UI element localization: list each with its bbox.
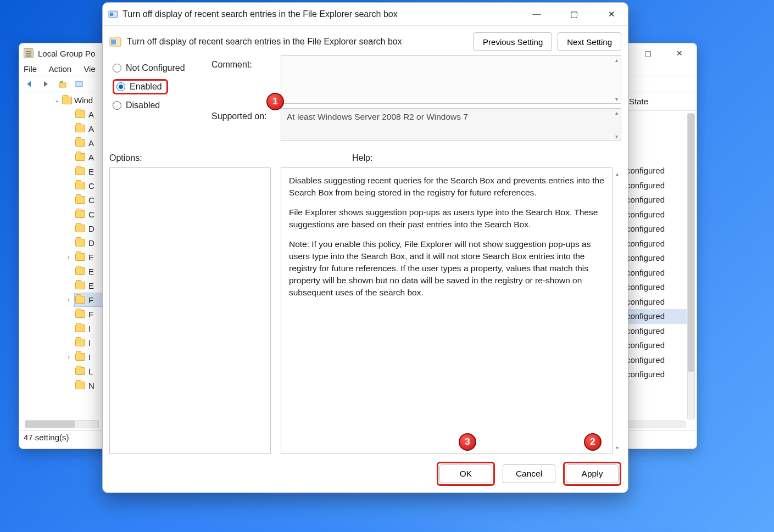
- label-options: Options:: [109, 150, 279, 163]
- comment-textbox[interactable]: ▴▾: [281, 55, 621, 104]
- tree-item-label: I: [88, 324, 91, 333]
- tree-item-label: L: [88, 367, 93, 376]
- comment-scrollbar[interactable]: ▴▾: [612, 56, 621, 103]
- tree-h-scrollbar[interactable]: [25, 420, 99, 428]
- tree-item-label: I: [88, 338, 91, 348]
- previous-setting-button[interactable]: Previous Setting: [474, 32, 552, 51]
- state-cell: configured: [626, 208, 687, 222]
- bg-title: Local Group Po: [38, 49, 95, 58]
- folder-icon: [75, 125, 85, 132]
- annotation-badge-1: 1: [266, 93, 284, 110]
- policy-dialog: Turn off display of recent search entrie…: [102, 2, 628, 493]
- folder-icon: [75, 282, 85, 289]
- state-cell: configured: [626, 251, 687, 266]
- folder-icon: [75, 324, 85, 332]
- chevron-right-icon[interactable]: ›: [65, 296, 72, 303]
- tree-item-label: A: [88, 124, 94, 133]
- svg-rect-0: [59, 83, 66, 87]
- svg-rect-5: [111, 40, 116, 44]
- dialog-maximize-button[interactable]: ▢: [563, 9, 585, 19]
- folder-icon: [75, 167, 85, 175]
- dialog-close-button[interactable]: ✕: [600, 9, 622, 19]
- properties-icon[interactable]: [72, 78, 86, 90]
- chevron-right-icon[interactable]: ›: [65, 354, 72, 360]
- tree-item-label: E: [88, 167, 94, 176]
- forward-icon[interactable]: [39, 78, 53, 90]
- radio-disabled[interactable]: Disabled: [109, 96, 209, 115]
- options-box: [109, 167, 271, 454]
- state-cell: configured: [626, 222, 687, 237]
- column-header-state[interactable]: State: [623, 92, 687, 110]
- tree-item-label: A: [88, 153, 94, 162]
- tree-item-label: D: [88, 238, 94, 248]
- folder-icon: [75, 225, 85, 232]
- dialog-title: Turn off display of recent search entrie…: [122, 9, 398, 19]
- folder-icon: [75, 367, 85, 375]
- app-icon: [24, 48, 34, 58]
- state-cell: configured: [626, 295, 687, 310]
- annotation-badge-3: 3: [459, 433, 476, 451]
- state-cell: configured: [626, 353, 687, 368]
- policy-header-icon: [109, 36, 121, 48]
- tree-item-label: E: [88, 253, 94, 262]
- dialog-titlebar: Turn off display of recent search entrie…: [103, 3, 628, 26]
- menu-action[interactable]: Action: [49, 64, 72, 74]
- svg-rect-3: [110, 13, 113, 16]
- folder-icon: [75, 296, 85, 304]
- radio-icon: [116, 82, 125, 91]
- tree-root-label[interactable]: Wind: [74, 96, 93, 105]
- state-cell: configured: [626, 237, 687, 251]
- radio-not-configured[interactable]: Not Configured: [109, 59, 209, 77]
- ok-button[interactable]: OK: [439, 464, 492, 483]
- back-icon[interactable]: [23, 78, 37, 90]
- label-supported-on: Supported on:: [211, 108, 279, 141]
- radio-enabled[interactable]: Enabled: [113, 79, 168, 94]
- up-folder-icon[interactable]: [55, 78, 70, 90]
- label-help: Help:: [281, 150, 621, 163]
- folder-icon: [62, 97, 72, 104]
- folder-icon: [75, 310, 85, 318]
- tree-item-label: C: [88, 195, 94, 205]
- radio-label: Enabled: [130, 82, 162, 92]
- folder-icon: [75, 253, 85, 261]
- policy-icon: [108, 9, 118, 19]
- folder-icon: [75, 139, 85, 147]
- state-cell: configured: [626, 266, 687, 281]
- tree-item-label: C: [88, 181, 94, 191]
- help-paragraph: Disables suggesting recent queries for t…: [289, 175, 604, 199]
- apply-button[interactable]: Apply: [566, 464, 619, 483]
- bg-close-button[interactable]: ✕: [671, 49, 688, 58]
- supported-on-box: At least Windows Server 2008 R2 or Windo…: [281, 108, 621, 141]
- state-cell: configured: [626, 367, 687, 382]
- dialog-minimize-button[interactable]: —: [526, 9, 548, 19]
- menu-file[interactable]: File: [24, 64, 37, 74]
- dialog-header-title: Turn off display of recent search entrie…: [127, 37, 468, 47]
- tree-item-label: I: [88, 352, 91, 362]
- supported-on-text: At least Windows Server 2008 R2 or Windo…: [287, 112, 468, 121]
- folder-icon: [75, 239, 85, 247]
- folder-icon: [75, 267, 85, 275]
- folder-icon: [75, 339, 85, 346]
- folder-icon: [75, 182, 85, 189]
- folder-icon: [75, 210, 85, 218]
- radio-label: Not Configured: [126, 63, 185, 73]
- chevron-right-icon[interactable]: ›: [65, 254, 72, 260]
- chevron-down-icon[interactable]: ⌄: [53, 97, 60, 104]
- folder-icon: [75, 382, 85, 389]
- annotation-badge-2: 2: [584, 433, 602, 451]
- tree-item-label: A: [88, 138, 94, 148]
- settings-v-scrollbar[interactable]: [687, 113, 695, 419]
- help-scrollbar[interactable]: ▴▾: [612, 167, 621, 454]
- state-cell: configured: [626, 164, 687, 178]
- next-setting-button[interactable]: Next Setting: [558, 32, 621, 51]
- tree-item-label: D: [88, 224, 94, 233]
- state-cell: configured: [626, 309, 687, 324]
- supported-scrollbar[interactable]: ▴▾: [612, 109, 621, 141]
- folder-icon: [75, 153, 85, 161]
- bg-maximize-button[interactable]: ▢: [639, 49, 656, 58]
- radio-label: Disabled: [126, 100, 160, 110]
- help-paragraph: Note: If you enable this policy, File Ex…: [289, 238, 604, 299]
- cancel-button[interactable]: Cancel: [503, 464, 555, 483]
- tree-item-label: N: [88, 381, 94, 390]
- menu-view[interactable]: Vie: [83, 64, 95, 74]
